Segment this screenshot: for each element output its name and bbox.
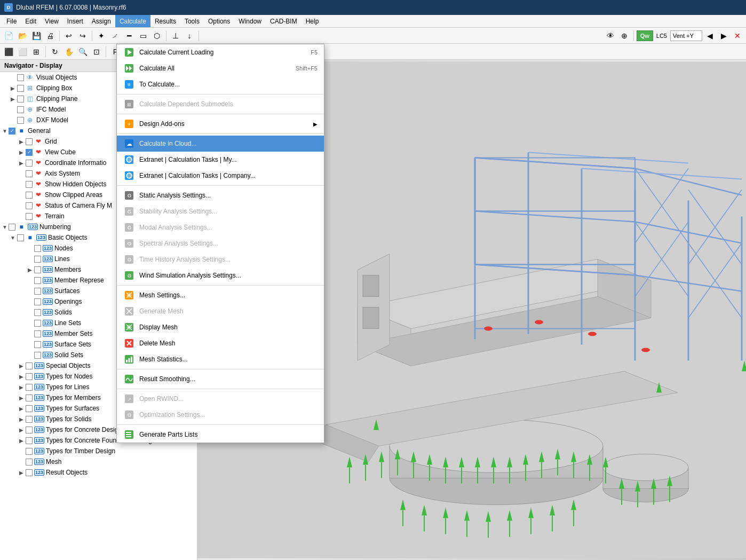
toggle-types-concrete[interactable]: ▶ xyxy=(17,425,26,434)
toggle-general[interactable]: ▼ xyxy=(0,127,9,135)
cb-solids[interactable] xyxy=(34,309,41,316)
cb-terrain[interactable] xyxy=(26,213,33,220)
cb-general[interactable] xyxy=(9,128,15,135)
tree-types-timber[interactable]: 123 Types for Timber Design xyxy=(0,446,197,456)
cb-surfaces[interactable] xyxy=(34,288,41,295)
toggle-coord-info[interactable]: ▶ xyxy=(17,159,26,167)
toggle-types-concrete-found[interactable]: ▶ xyxy=(17,436,26,445)
member-btn[interactable]: ━ xyxy=(123,29,136,42)
cb-special-objects[interactable] xyxy=(26,362,33,369)
menu-file[interactable]: File xyxy=(2,15,21,27)
cb-members[interactable] xyxy=(34,266,41,273)
cb-camera-status[interactable] xyxy=(26,202,33,209)
cb-types-timber[interactable] xyxy=(26,448,33,455)
view-btn[interactable]: 👁 xyxy=(604,29,617,42)
rotate-btn[interactable]: ↻ xyxy=(49,45,61,58)
toggle-types-lines[interactable]: ▶ xyxy=(17,383,26,391)
dd-extranet-my[interactable]: Extranet | Calculation Tasks | My... xyxy=(117,152,324,168)
menu-assign[interactable]: Assign xyxy=(88,15,115,27)
pan-btn[interactable]: ✋ xyxy=(62,45,75,58)
toggle-result-objects[interactable]: ▶ xyxy=(17,468,26,477)
cb-show-hidden[interactable] xyxy=(26,181,33,188)
render-btn[interactable]: ⬛ xyxy=(2,45,15,58)
cb-member-sets[interactable] xyxy=(34,330,41,337)
cb-types-lines[interactable] xyxy=(26,384,33,391)
print-btn[interactable]: 🖨 xyxy=(44,29,57,42)
cb-show-clipped[interactable] xyxy=(26,192,33,199)
wire-btn[interactable]: ⬜ xyxy=(16,45,29,58)
cb-visual-objects[interactable] xyxy=(17,74,24,81)
cb-types-solids[interactable] xyxy=(26,416,33,423)
zoom-btn[interactable]: 🔍 xyxy=(76,45,89,58)
new-btn[interactable]: 📄 xyxy=(2,29,15,42)
cb-openings[interactable] xyxy=(34,298,41,305)
dd-to-calculate[interactable]: ≡ To Calculate... xyxy=(117,76,324,92)
toggle-types-solids[interactable]: ▶ xyxy=(17,415,26,423)
cb-types-surfaces[interactable] xyxy=(26,405,33,412)
menu-window[interactable]: Window xyxy=(234,15,266,27)
cb-coord-info[interactable] xyxy=(26,160,33,167)
menu-results[interactable]: Results xyxy=(150,15,180,27)
line-btn[interactable]: ⟋ xyxy=(109,29,122,42)
menu-help[interactable]: Help xyxy=(301,15,323,27)
cb-mesh[interactable] xyxy=(26,459,33,466)
tree-mesh[interactable]: 123 Mesh xyxy=(0,456,197,467)
dd-static-analysis[interactable]: ⚙ Static Analysis Settings... xyxy=(117,187,324,203)
cb-numbering[interactable] xyxy=(9,224,15,231)
cb-basic-objects[interactable] xyxy=(17,234,24,241)
dd-mesh-settings[interactable]: Mesh Settings... xyxy=(117,287,324,303)
toggle-basic-objects[interactable]: ▼ xyxy=(9,233,17,242)
menu-cadbim[interactable]: CAD-BIM xyxy=(266,15,301,27)
toggle-members[interactable]: ▶ xyxy=(26,265,34,274)
toggle-special-objects[interactable]: ▶ xyxy=(17,361,26,370)
cb-ifc-model[interactable] xyxy=(17,106,24,113)
support-btn[interactable]: ⊥ xyxy=(169,29,182,42)
menu-insert[interactable]: Insert xyxy=(63,15,88,27)
toggle-numbering[interactable]: ▼ xyxy=(0,223,9,231)
menu-options[interactable]: Options xyxy=(204,15,234,27)
cb-axis-system[interactable] xyxy=(26,170,33,177)
menu-edit[interactable]: Edit xyxy=(21,15,41,27)
node-btn[interactable]: ✦ xyxy=(95,29,108,42)
lc-close[interactable]: ✕ xyxy=(731,29,744,42)
dd-result-smoothing[interactable]: Result Smoothing... xyxy=(117,371,324,387)
menu-calculate[interactable]: Calculate xyxy=(115,15,150,27)
toggle-view-cube[interactable]: ▶ xyxy=(17,148,26,156)
cb-line-sets[interactable] xyxy=(34,320,41,327)
cb-clipping-box[interactable] xyxy=(17,85,24,92)
cb-result-objects[interactable] xyxy=(26,469,33,476)
toggle-types-members[interactable]: ▶ xyxy=(17,393,26,402)
cb-view-cube[interactable] xyxy=(26,149,33,156)
dd-display-mesh[interactable]: Display Mesh xyxy=(117,319,324,335)
save-btn[interactable]: 💾 xyxy=(30,29,43,42)
cb-types-members[interactable] xyxy=(26,395,33,401)
cb-types-nodes[interactable] xyxy=(26,373,33,380)
dd-calc-cloud[interactable]: ☁ Calculate in Cloud... xyxy=(117,136,324,152)
dd-calculate-all[interactable]: Calculate All Shift+F5 xyxy=(117,60,324,76)
dd-generate-parts[interactable]: Generate Parts Lists xyxy=(117,427,324,443)
tree-result-objects[interactable]: ▶ 123 Result Objects xyxy=(0,467,197,478)
dd-delete-mesh[interactable]: Delete Mesh xyxy=(117,335,324,351)
snap-btn[interactable]: ⊕ xyxy=(618,29,631,42)
toggle-clipping-box[interactable]: ▶ xyxy=(9,84,17,92)
dd-extranet-company[interactable]: Extranet | Calculation Tasks | Company..… xyxy=(117,168,324,184)
fit-btn[interactable]: ⊡ xyxy=(90,45,103,58)
dd-mesh-statistics[interactable]: Mesh Statistics... xyxy=(117,351,324,367)
toggle-clipping-plane[interactable]: ▶ xyxy=(9,94,17,103)
toggle-types-surfaces[interactable]: ▶ xyxy=(17,404,26,413)
cb-clipping-plane[interactable] xyxy=(17,96,24,102)
dd-calculate-current[interactable]: Calculate Current Loading F5 xyxy=(117,44,324,60)
toggle-grid[interactable]: ▶ xyxy=(17,137,26,146)
toggle-types-nodes[interactable]: ▶ xyxy=(17,372,26,381)
cb-types-concrete-found[interactable] xyxy=(26,437,33,444)
redo-btn[interactable]: ↪ xyxy=(76,29,89,42)
surface-btn[interactable]: ▭ xyxy=(137,29,149,42)
dd-design-addons[interactable]: + Design Add-ons ▶ xyxy=(117,116,324,132)
cb-types-concrete[interactable] xyxy=(26,427,33,433)
solid-btn[interactable]: ⬡ xyxy=(150,29,163,42)
cb-nodes[interactable] xyxy=(34,245,41,252)
cb-grid[interactable] xyxy=(26,138,33,145)
cb-member-repre[interactable] xyxy=(34,277,41,284)
cb-dxf-model[interactable] xyxy=(17,117,24,124)
menu-view[interactable]: View xyxy=(41,15,63,27)
